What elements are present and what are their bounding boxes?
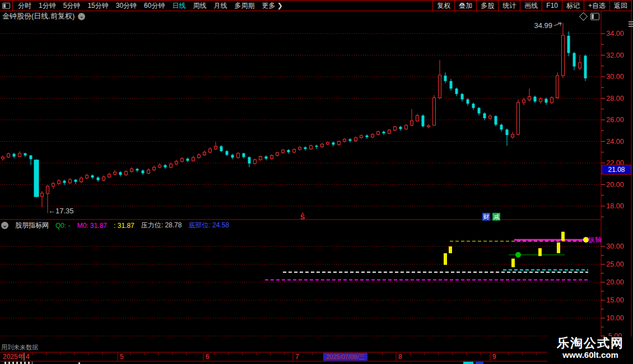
menu-item-6[interactable]: 60分钟 xyxy=(144,1,165,11)
candle xyxy=(34,159,39,197)
menu-item-5[interactable]: 30分钟 xyxy=(116,1,137,11)
menu-item-1[interactable]: 分时 xyxy=(18,1,31,11)
candle xyxy=(243,153,245,159)
candle xyxy=(114,170,117,176)
candle xyxy=(562,23,565,78)
candle xyxy=(545,98,548,105)
candle xyxy=(198,153,201,159)
indicator-field-1: Q0: - xyxy=(55,222,71,230)
candle xyxy=(30,155,32,165)
layout-toggle-button[interactable] xyxy=(0,1,13,11)
candle xyxy=(170,162,173,169)
month-label: 5 xyxy=(120,353,124,361)
candle xyxy=(455,87,458,96)
menu-icon[interactable] xyxy=(629,21,633,28)
tool-item-5[interactable]: 画线 xyxy=(520,1,542,11)
indicator-bar xyxy=(538,248,542,256)
event-badge[interactable]: 财 xyxy=(482,213,490,221)
candle xyxy=(187,157,189,162)
indicator-bar xyxy=(444,253,447,265)
candle xyxy=(304,146,307,151)
menu-item-11[interactable]: 更多 ❯ xyxy=(262,1,282,11)
candle xyxy=(231,154,234,160)
indicator-field-3: : 31.87 xyxy=(114,222,134,230)
candle xyxy=(411,109,413,127)
candle xyxy=(159,164,161,169)
ex-rights-marker: Ŝ xyxy=(300,213,305,221)
candle xyxy=(175,160,178,165)
menu-item-2[interactable]: 1分钟 xyxy=(39,1,56,11)
candle xyxy=(164,164,167,169)
y-axis-label: 30.00 xyxy=(606,73,623,81)
clipped-status-text xyxy=(4,362,32,364)
candle xyxy=(315,144,318,149)
candle xyxy=(18,151,21,157)
candle xyxy=(371,133,374,138)
tool-item-8[interactable]: +自选 xyxy=(584,1,610,11)
chart-corner-icons xyxy=(580,13,599,20)
candle xyxy=(500,124,503,132)
y-axis-label: 34.00 xyxy=(606,30,623,38)
tool-item-6[interactable]: F10 xyxy=(542,1,562,11)
candle xyxy=(394,126,397,132)
candle xyxy=(142,170,145,175)
chevron-down-icon[interactable]: ⌄ xyxy=(78,13,85,20)
candle xyxy=(343,138,346,143)
candle xyxy=(282,149,285,154)
candle xyxy=(556,72,559,99)
candle xyxy=(489,114,492,120)
tool-item-2[interactable]: 叠加 xyxy=(455,1,477,11)
low-annotation: ←17.35 xyxy=(48,207,74,215)
candle xyxy=(52,182,55,189)
tool-item-7[interactable]: 标记 xyxy=(562,1,584,11)
candle xyxy=(226,150,229,156)
chart-title: 金钟股份(日线.前复权) xyxy=(2,11,75,21)
diamond-icon[interactable] xyxy=(579,12,588,21)
menu-item-3[interactable]: 5分钟 xyxy=(63,1,81,11)
candle xyxy=(383,130,385,135)
candle xyxy=(467,99,469,106)
period-menu: 分时1分钟5分钟15分钟30分钟60分钟日线周线月线多周期更多 ❯ xyxy=(13,1,283,11)
tool-item-1[interactable]: 复权 xyxy=(433,1,455,11)
candle xyxy=(310,144,313,150)
tool-item-9[interactable]: 返回 xyxy=(610,1,632,11)
menu-item-7[interactable]: 日线 xyxy=(172,1,185,11)
event-badge[interactable]: 减 xyxy=(492,213,500,221)
candle xyxy=(259,156,262,161)
menu-item-10[interactable]: 多周期 xyxy=(234,1,254,11)
indicator-header: ⌄ 股朋指标网 Q0: -M0: 31.87: 31.87压力位: 28.78底… xyxy=(1,221,229,230)
candle xyxy=(483,113,486,120)
candle xyxy=(299,146,301,151)
indicator-bar xyxy=(561,232,565,241)
month-label: 9 xyxy=(492,353,496,361)
menu-item-9[interactable]: 月线 xyxy=(213,1,227,11)
tool-item-3[interactable]: 多股 xyxy=(477,1,499,11)
month-label: 6 xyxy=(206,353,210,361)
y-axis-label: 10.00 xyxy=(606,314,623,322)
y-axis-label: 25.00 xyxy=(606,260,623,268)
highlighted-date[interactable]: 2025/07/09/三 xyxy=(323,353,367,361)
indicator-bar xyxy=(511,259,515,267)
candle xyxy=(523,98,525,105)
candle xyxy=(399,126,402,131)
candle xyxy=(377,130,380,136)
candle xyxy=(293,148,296,153)
y-axis-label: 26.00 xyxy=(606,116,623,124)
menu-item-8[interactable]: 周线 xyxy=(193,1,206,11)
chevron-down-icon[interactable]: ⌄ xyxy=(1,222,8,229)
candle xyxy=(276,152,279,157)
tool-item-4[interactable]: 统计 xyxy=(499,1,520,11)
split-pane-icon[interactable] xyxy=(590,13,599,20)
candle xyxy=(444,72,447,83)
candle xyxy=(321,143,324,148)
candle xyxy=(2,156,4,161)
candle xyxy=(327,142,329,146)
candle xyxy=(422,114,425,127)
candle xyxy=(203,151,206,156)
candle xyxy=(450,79,453,91)
candle xyxy=(388,129,391,134)
candle xyxy=(131,167,133,173)
menu-item-4[interactable]: 15分钟 xyxy=(87,1,108,11)
candle xyxy=(181,157,184,162)
candle xyxy=(416,114,419,122)
